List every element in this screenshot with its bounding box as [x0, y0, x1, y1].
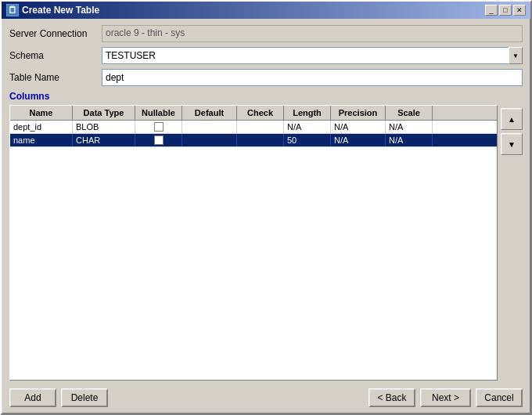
- table-name-row: Table Name: [9, 69, 523, 86]
- add-button[interactable]: Add: [9, 388, 56, 407]
- cell-length: N/A: [284, 121, 331, 133]
- col-header-precision: Precision: [331, 106, 386, 120]
- cancel-button[interactable]: Cancel: [476, 388, 523, 407]
- schema-select[interactable]: TESTUSER: [102, 47, 523, 64]
- cell-datatype: CHAR: [73, 134, 135, 146]
- table-row[interactable]: name CHAR 50 N/A N/A: [10, 134, 497, 147]
- columns-area: Name Data Type Nullable Default Check Le…: [9, 105, 523, 381]
- title-bar-buttons: _ □ ✕: [485, 5, 526, 16]
- cell-check: [237, 121, 284, 133]
- columns-table: Name Data Type Nullable Default Check Le…: [9, 105, 498, 381]
- dialog-content: Server Connection oracle 9 - thin - sys …: [2, 19, 530, 413]
- table-name-label: Table Name: [9, 72, 95, 83]
- schema-row: Schema TESTUSER ▼: [9, 47, 523, 64]
- col-header-name: Name: [10, 106, 73, 120]
- cell-nullable: [135, 121, 182, 133]
- table-header: Name Data Type Nullable Default Check Le…: [10, 106, 497, 121]
- cell-name: name: [10, 134, 73, 146]
- columns-label: Columns: [9, 91, 523, 102]
- server-connection-row: Server Connection oracle 9 - thin - sys: [9, 25, 523, 42]
- nullable-checkbox[interactable]: [154, 122, 164, 132]
- close-button[interactable]: ✕: [513, 5, 526, 16]
- bottom-buttons-row: Add Delete < Back Next > Cancel: [9, 388, 523, 407]
- cell-scale: N/A: [386, 134, 433, 146]
- cell-precision: N/A: [331, 121, 386, 133]
- schema-label: Schema: [9, 50, 95, 61]
- cell-datatype: BLOB: [73, 121, 135, 133]
- cell-length: 50: [284, 134, 331, 146]
- title-bar-left: 🗒 Create New Table: [6, 4, 99, 16]
- col-header-nullable: Nullable: [135, 106, 182, 120]
- col-header-length: Length: [284, 106, 331, 120]
- schema-select-wrapper: TESTUSER ▼: [102, 47, 523, 64]
- columns-section: Columns Name Data Type Nullable Default …: [9, 91, 523, 381]
- delete-button[interactable]: Delete: [61, 388, 108, 407]
- window-title: Create New Table: [22, 5, 99, 16]
- col-header-datatype: Data Type: [73, 106, 135, 120]
- table-name-input[interactable]: [102, 69, 523, 86]
- col-header-scale: Scale: [386, 106, 433, 120]
- next-button[interactable]: Next >: [420, 388, 471, 407]
- nullable-checkbox[interactable]: [154, 135, 164, 145]
- create-table-dialog: 🗒 Create New Table _ □ ✕ Server Connecti…: [0, 0, 532, 415]
- cell-scale: N/A: [386, 121, 433, 133]
- cell-precision: N/A: [331, 134, 386, 146]
- title-bar: 🗒 Create New Table _ □ ✕: [2, 2, 530, 19]
- minimize-button[interactable]: _: [485, 5, 498, 16]
- maximize-button[interactable]: □: [499, 5, 512, 16]
- bottom-right-buttons: < Back Next > Cancel: [368, 388, 523, 407]
- table-row[interactable]: dept_id BLOB N/A N/A N/A: [10, 121, 497, 134]
- col-header-check: Check: [237, 106, 284, 120]
- cell-nullable: [135, 134, 182, 146]
- back-button[interactable]: < Back: [368, 388, 415, 407]
- move-up-button[interactable]: ▲: [501, 108, 523, 130]
- bottom-left-buttons: Add Delete: [9, 388, 108, 407]
- window-icon: 🗒: [6, 4, 19, 16]
- server-connection-value: oracle 9 - thin - sys: [102, 25, 523, 42]
- cell-check: [237, 134, 284, 146]
- col-header-default: Default: [182, 106, 237, 120]
- server-connection-label: Server Connection: [9, 28, 95, 39]
- move-down-button[interactable]: ▼: [501, 133, 523, 155]
- cell-default: [182, 134, 237, 146]
- cell-name: dept_id: [10, 121, 73, 133]
- cell-default: [182, 121, 237, 133]
- side-buttons: ▲ ▼: [501, 105, 523, 381]
